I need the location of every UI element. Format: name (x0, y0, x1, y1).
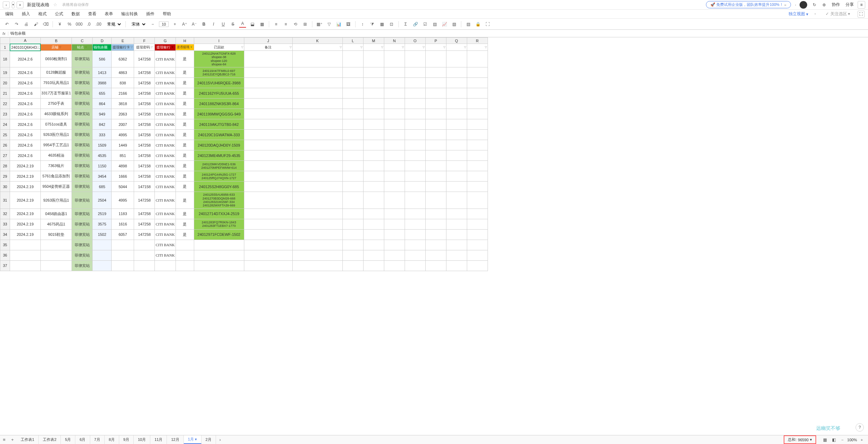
row-head-27[interactable]: 27 (0, 150, 10, 161)
grid-area[interactable]: ABCDEFGHIJKLMNOPQR1240101Q6KHD...▽店铺▽站点▼… (0, 37, 868, 435)
decimal-plus-button[interactable]: .0 (85, 21, 92, 28)
cell-C29[interactable]: 菲律宾站 (72, 171, 93, 182)
cell-M26[interactable] (363, 140, 384, 150)
cell-N34[interactable] (384, 229, 405, 240)
cell-G21[interactable]: CITI BANK (155, 88, 176, 99)
cell-E23[interactable]: 2063 (112, 109, 134, 119)
more-icon[interactable]: ≡ (858, 1, 865, 9)
cell-Q19[interactable] (446, 67, 467, 78)
cell-A30[interactable]: 2024.2.19 (10, 182, 41, 192)
cell-L31[interactable] (342, 192, 363, 209)
cell-D21[interactable]: 655 (93, 88, 112, 99)
cell-J37[interactable] (244, 260, 292, 271)
view1-icon[interactable]: ▦ (822, 436, 829, 443)
cell-P25[interactable] (425, 130, 446, 140)
cell-M32[interactable] (363, 209, 384, 219)
cell-C21[interactable]: 菲律宾站 (72, 88, 93, 99)
view2-icon[interactable]: ◧ (831, 436, 838, 443)
cell-I34[interactable]: 24012971FCDEWF-1502 (194, 229, 244, 240)
back-button[interactable]: ‹ (3, 1, 10, 8)
sheet-tab-6月[interactable]: 6月 (75, 435, 90, 444)
cell-M1[interactable]: ▽ (363, 44, 384, 51)
cell-O18[interactable] (405, 51, 425, 67)
col-head-H[interactable]: H (176, 38, 194, 44)
cell-N27[interactable] (384, 150, 405, 161)
cell-B30[interactable]: 9504姿势矫正器 (40, 182, 72, 192)
cell-H32[interactable]: 是 (176, 209, 194, 219)
cell-L37[interactable] (342, 260, 363, 271)
cell-D22[interactable]: 864 (93, 99, 112, 109)
cell-Q34[interactable] (446, 229, 467, 240)
cell-G25[interactable]: CITI BANK (155, 130, 176, 140)
cell-J34[interactable] (244, 229, 292, 240)
cell-F37[interactable] (134, 260, 155, 271)
cell-B26[interactable]: 9954手工艺品1 (40, 140, 72, 150)
cell-D35[interactable] (93, 240, 112, 250)
cell-B35[interactable] (40, 240, 72, 250)
cell-D26[interactable]: 1509 (93, 140, 112, 150)
cell-L30[interactable] (342, 182, 363, 192)
cell-M21[interactable] (363, 88, 384, 99)
col-head-L[interactable]: L (342, 38, 363, 44)
cell-E34[interactable]: 6057 (112, 229, 134, 240)
decimal-minus-button[interactable]: .00 (95, 21, 102, 28)
font-size-input[interactable]: 10 (159, 21, 169, 27)
autofilter-button[interactable]: ▽ (326, 21, 332, 28)
paint-button[interactable]: 🖌 (32, 21, 39, 28)
cell-N23[interactable] (384, 109, 405, 119)
menu-format[interactable]: 格式 (37, 10, 48, 18)
cell-R30[interactable] (467, 182, 488, 192)
sort-button[interactable]: ↕ (359, 21, 366, 28)
cell-L27[interactable] (342, 150, 363, 161)
cell-G19[interactable]: CITI BANK (155, 67, 176, 78)
sheet-tab-工作表2[interactable]: 工作表2 (39, 435, 61, 444)
cell-L1[interactable]: ▽ (342, 44, 363, 51)
cell-E26[interactable]: 1449 (112, 140, 134, 150)
col-head-I[interactable]: I (194, 38, 244, 44)
cell-N24[interactable] (384, 119, 405, 130)
cell-H28[interactable]: 是 (176, 161, 194, 171)
redo-button[interactable]: ↷ (13, 21, 20, 28)
cell-R20[interactable] (467, 78, 488, 88)
cell-P34[interactable] (425, 229, 446, 240)
cell-K25[interactable] (292, 130, 342, 140)
cell-G23[interactable]: CITI BANK (155, 109, 176, 119)
cell-I24[interactable]: 240119AKJTGTB0-842 (194, 119, 244, 130)
cell-B22[interactable]: 2750手表 (40, 99, 72, 109)
cell-R37[interactable] (467, 260, 488, 271)
cell-A22[interactable]: 2024.2.6 (10, 99, 41, 109)
cell-G36[interactable]: CITI BANK (155, 250, 176, 260)
row-head-31[interactable]: 31 (0, 192, 10, 209)
row-head-24[interactable]: 24 (0, 119, 10, 130)
cell-R29[interactable] (467, 171, 488, 182)
cell-O23[interactable] (405, 109, 425, 119)
cell-L23[interactable] (342, 109, 363, 119)
cell-E28[interactable]: 4898 (112, 161, 134, 171)
cell-D1[interactable]: 钱包余额▽ (93, 44, 112, 51)
cell-B33[interactable]: 4675药品1 (40, 219, 72, 229)
cell-J30[interactable] (244, 182, 292, 192)
cell-F26[interactable]: 147258 (134, 140, 155, 150)
col-head-P[interactable]: P (425, 38, 446, 44)
cell-P36[interactable] (425, 250, 446, 260)
cell-O28[interactable] (405, 161, 425, 171)
back-dropdown[interactable]: ▾ (12, 1, 15, 8)
add-sheet-button[interactable]: + (8, 435, 17, 444)
cell-C18[interactable]: 菲律宾站 (72, 51, 93, 67)
cell-F32[interactable]: 147258 (134, 209, 155, 219)
cell-N28[interactable] (384, 161, 405, 171)
cell-K26[interactable] (292, 140, 342, 150)
cell-H20[interactable]: 是 (176, 78, 194, 88)
sheet-tab-1月[interactable]: 1月 ▾ (184, 435, 201, 444)
cell-J22[interactable] (244, 99, 292, 109)
sheet-tab-11月[interactable]: 11月 (150, 435, 167, 444)
cell-G35[interactable]: CITI BANK (155, 240, 176, 250)
cell-P30[interactable] (425, 182, 446, 192)
cell-O1[interactable]: ▽ (405, 44, 425, 51)
col-head-K[interactable]: K (292, 38, 342, 44)
cell-A1[interactable]: 240101Q6KHD...▽ (10, 44, 41, 51)
cell-A27[interactable]: 2024.2.6 (10, 150, 41, 161)
cell-H21[interactable]: 是 (176, 88, 194, 99)
cell-D20[interactable]: 3988 (93, 78, 112, 88)
cell-O35[interactable] (405, 240, 425, 250)
